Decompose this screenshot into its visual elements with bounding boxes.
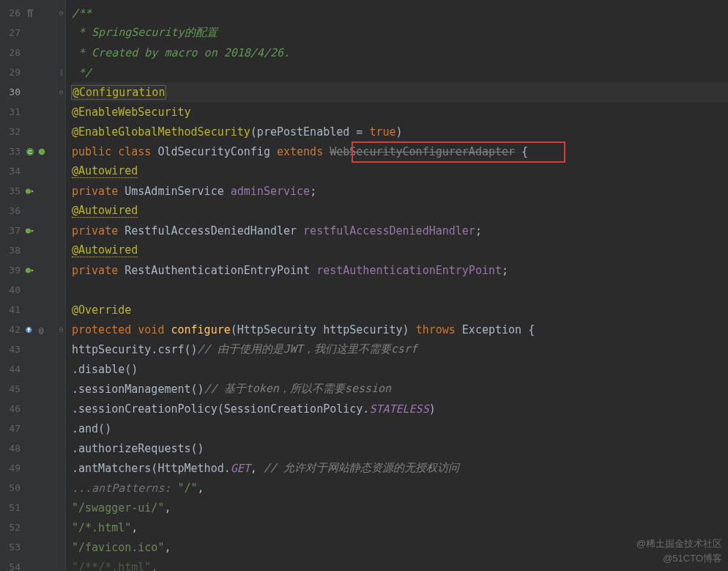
code-line: /** — [72, 3, 728, 23]
fold-toggle[interactable]: ⊖ — [57, 320, 65, 339]
code-editor[interactable]: 26 27 28 29 30 31 32 33C 34 35 36 37 38 … — [0, 0, 728, 571]
bean-icon[interactable] — [37, 147, 47, 157]
fold-toggle[interactable]: ⊖ — [57, 3, 65, 23]
gutter-line: 26 — [0, 3, 56, 23]
bean-icon[interactable] — [25, 186, 35, 196]
bean-icon[interactable] — [25, 226, 35, 236]
gutter: 26 27 28 29 30 31 32 33C 34 35 36 37 38 … — [0, 0, 57, 571]
deprecated-class: WebSecurityConfigurerAdapter — [330, 145, 515, 158]
fold-toggle[interactable]: ⊖ — [57, 82, 65, 102]
class-icon[interactable]: C — [25, 147, 35, 157]
bean-icon[interactable] — [25, 265, 35, 276]
svg-point-4 — [26, 228, 31, 233]
svg-point-2 — [39, 148, 45, 155]
svg-text:C: C — [28, 148, 32, 155]
svg-point-3 — [26, 188, 31, 194]
override-icon[interactable] — [25, 325, 35, 335]
at-icon[interactable]: @ — [37, 325, 47, 335]
fold-close[interactable]: ⌋ — [57, 62, 65, 82]
caret-location: @Configuration — [72, 86, 166, 99]
svg-text:@: @ — [39, 325, 44, 335]
fold-column: ⊖ ⌋ ⊖ ⊖ — [57, 0, 66, 571]
code-area[interactable]: /** * SpringSecurity的配置 * Created by mac… — [66, 0, 728, 571]
svg-point-5 — [26, 268, 31, 273]
watermark: @51CTO博客 — [663, 552, 722, 565]
watermark: @稀土掘金技术社区 — [636, 537, 722, 550]
paragraph-icon — [25, 8, 35, 18]
